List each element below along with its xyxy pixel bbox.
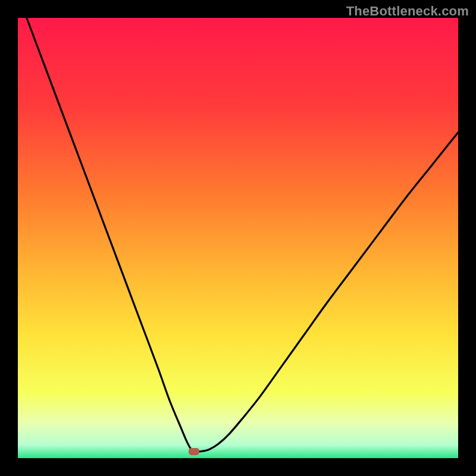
chart-svg: [18, 18, 458, 458]
watermark-text: TheBottleneck.com: [346, 4, 469, 19]
gradient-background: [18, 18, 458, 458]
plot-area: [18, 18, 458, 458]
chart-frame: TheBottleneck.com: [0, 0, 476, 476]
minimum-marker: [189, 448, 199, 455]
